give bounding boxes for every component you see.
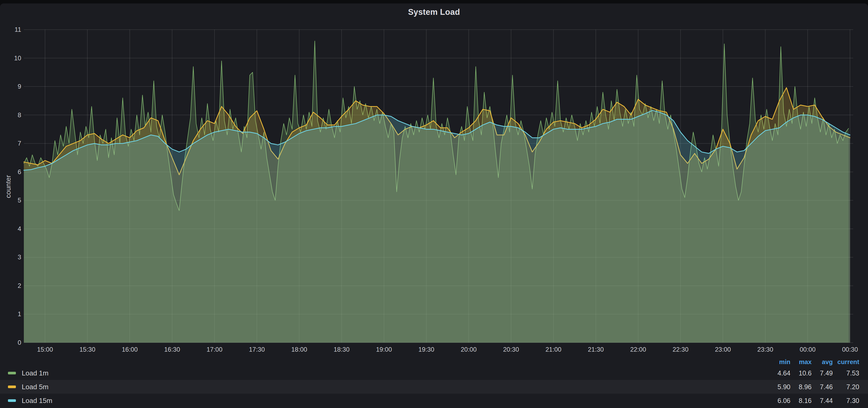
stat-max: 8.96 xyxy=(790,383,812,391)
x-tick-label: 18:30 xyxy=(323,346,360,353)
x-tick-label: 00:00 xyxy=(789,346,826,353)
legend-sort-current[interactable]: current xyxy=(833,358,859,366)
x-tick-label: 23:00 xyxy=(704,346,741,353)
x-tick-label: 17:00 xyxy=(196,346,233,353)
x-tick-label: 15:00 xyxy=(27,346,64,353)
y-tick-label: 11 xyxy=(0,26,21,34)
stat-max: 10.6 xyxy=(790,369,812,377)
stat-max: 8.16 xyxy=(790,397,812,405)
stat-current: 7.53 xyxy=(833,369,859,377)
y-tick-label: 2 xyxy=(0,282,21,290)
legend: min max avg current Load 1m 4.64 10.6 7.… xyxy=(0,358,868,407)
x-tick-label: 19:30 xyxy=(408,346,445,353)
x-tick-label: 21:30 xyxy=(577,346,614,353)
y-tick-label: 4 xyxy=(0,225,21,233)
legend-sort-min[interactable]: min xyxy=(769,358,790,366)
y-tick-label: 1 xyxy=(0,310,21,318)
x-tick-label: 19:00 xyxy=(365,346,402,353)
x-tick-label: 23:30 xyxy=(747,346,784,353)
series-color-swatch[interactable] xyxy=(8,385,16,388)
x-tick-label: 20:00 xyxy=(450,346,487,353)
y-tick-label: 8 xyxy=(0,111,21,119)
stat-min: 4.64 xyxy=(769,369,790,377)
legend-row-load-5m[interactable]: Load 5m 5.90 8.96 7.46 7.20 xyxy=(0,380,868,394)
series-stats: 6.06 8.16 7.44 7.30 xyxy=(769,397,859,405)
stat-current: 7.30 xyxy=(833,397,859,405)
x-tick-label: 16:00 xyxy=(111,346,148,353)
y-tick-label: 6 xyxy=(0,168,21,176)
x-tick-label: 00:30 xyxy=(832,346,868,353)
series-name[interactable]: Load 5m xyxy=(22,383,49,391)
stat-min: 6.06 xyxy=(769,397,790,405)
series-name[interactable]: Load 15m xyxy=(22,397,53,405)
dashboard-page: System Load counter 01234567891011 15:00… xyxy=(0,0,868,408)
y-tick-label: 3 xyxy=(0,253,21,261)
x-tick-label: 22:00 xyxy=(620,346,657,353)
y-tick-label: 7 xyxy=(0,139,21,147)
x-tick-label: 22:30 xyxy=(662,346,699,353)
series-stats: 5.90 8.96 7.46 7.20 xyxy=(769,383,859,391)
legend-row-load-15m[interactable]: Load 15m 6.06 8.16 7.44 7.30 xyxy=(0,394,868,407)
x-tick-label: 16:30 xyxy=(154,346,191,353)
series-name[interactable]: Load 1m xyxy=(22,369,49,377)
legend-header-columns: min max avg current xyxy=(769,358,859,366)
legend-row-load-1m[interactable]: Load 1m 4.64 10.6 7.49 7.53 xyxy=(0,366,868,380)
legend-header: min max avg current xyxy=(0,358,868,366)
series-stats: 4.64 10.6 7.49 7.53 xyxy=(769,369,859,377)
x-tick-label: 15:30 xyxy=(69,346,106,353)
y-tick-label: 0 xyxy=(0,339,21,347)
legend-sort-avg[interactable]: avg xyxy=(812,358,833,366)
x-tick-label: 21:00 xyxy=(535,346,572,353)
stat-avg: 7.49 xyxy=(812,369,833,377)
stat-min: 5.90 xyxy=(769,383,790,391)
y-tick-label: 10 xyxy=(0,54,21,62)
legend-sort-max[interactable]: max xyxy=(790,358,812,366)
x-tick-label: 17:30 xyxy=(238,346,275,353)
y-tick-label: 9 xyxy=(0,82,21,91)
y-tick-label: 5 xyxy=(0,196,21,204)
stat-avg: 7.44 xyxy=(812,397,833,405)
x-tick-label: 20:30 xyxy=(493,346,530,353)
stat-current: 7.20 xyxy=(833,383,859,391)
series-color-swatch[interactable] xyxy=(8,372,16,374)
series-color-swatch[interactable] xyxy=(8,399,16,402)
x-tick-label: 18:00 xyxy=(281,346,318,353)
stat-avg: 7.46 xyxy=(812,383,833,391)
